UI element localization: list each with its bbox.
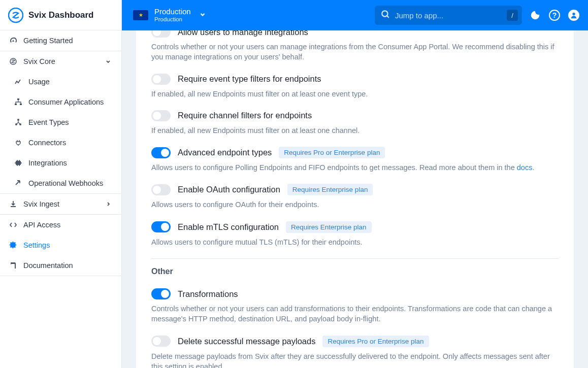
eu-flag-icon: ★ (133, 10, 148, 20)
setting-desc: Allows users to configure OAuth for thei… (151, 199, 559, 210)
gear-icon (9, 241, 17, 249)
theme-toggle-button[interactable] (529, 9, 541, 21)
sidebar-item-svix-ingest[interactable]: Svix Ingest (0, 193, 121, 215)
setting-delete-successful-payloads: Delete successful message payloads Requi… (151, 330, 559, 368)
toggle-require-event-type-filters[interactable] (151, 74, 171, 85)
setting-desc: Delete message payloads from Svix after … (151, 351, 559, 368)
setting-advanced-endpoint-types: Advanced endpoint types Requires Pro or … (151, 142, 559, 179)
nav-label: Usage (28, 78, 50, 86)
gauge-icon (9, 37, 17, 45)
svg-rect-2 (17, 98, 19, 100)
svg-point-9 (572, 13, 575, 15)
setting-title: Allow users to manage integrations (178, 30, 308, 37)
sidebar-item-api-access[interactable]: API Access (0, 215, 121, 235)
toggle-enable-mtls[interactable] (151, 221, 171, 232)
desc-text: Allows users to configure Polling Endpoi… (151, 163, 517, 172)
setting-title: Delete successful message payloads (178, 337, 315, 346)
section-heading-other: Other (151, 263, 559, 283)
download-icon (9, 200, 17, 208)
chevron-down-icon (197, 11, 208, 19)
topbar: ★ Production Production / ? (122, 0, 588, 30)
brand-header[interactable]: Svix Dashboard (0, 0, 121, 30)
svg-point-5 (17, 119, 19, 121)
docs-link[interactable]: docs (517, 163, 533, 172)
content-scroll: Allow users to manage integrations Contr… (122, 30, 588, 368)
toggle-require-channel-filters[interactable] (151, 110, 171, 121)
nav-label: Connectors (28, 139, 66, 147)
setting-desc: Controls whether or not your users can m… (151, 42, 559, 62)
setting-require-channel-filters: Require channel filters for endpoints If… (151, 105, 559, 142)
sidebar-item-getting-started[interactable]: Getting Started (0, 30, 121, 51)
chart-line-icon (14, 78, 22, 86)
search-icon (381, 10, 390, 21)
search-input[interactable] (395, 11, 502, 20)
sidebar-item-svix-core[interactable]: Svix Core (0, 51, 121, 72)
brand-title: Svix Dashboard (28, 10, 94, 20)
setting-enable-oauth: Enable OAuth configuration Requires Ente… (151, 179, 559, 216)
book-icon (9, 261, 17, 270)
sidebar-item-integrations[interactable]: Integrations (0, 153, 121, 173)
svg-rect-4 (20, 104, 22, 105)
env-name: Production (154, 8, 191, 16)
desc-text: . (532, 163, 534, 172)
plan-badge: Requires Pro or Enterprise plan (279, 147, 385, 158)
sidebar-item-op-webhooks[interactable]: Operational Webhooks (0, 173, 121, 193)
setting-require-event-type-filters: Require event type filters for endpoints… (151, 69, 559, 105)
setting-allow-manage-integrations: Allow users to manage integrations Contr… (151, 30, 559, 69)
code-icon (9, 221, 17, 229)
setting-enable-mtls: Enable mTLS configuration Requires Enter… (151, 216, 559, 253)
setting-title: Enable OAuth configuration (178, 185, 280, 194)
search-box[interactable]: / (375, 6, 522, 25)
toggle-allow-manage-integrations[interactable] (151, 30, 171, 38)
setting-title: Advanced endpoint types (178, 148, 272, 157)
help-button[interactable]: ? (548, 9, 561, 21)
setting-desc: If enabled, all new Endpoints must filte… (151, 89, 559, 99)
core-icon (9, 57, 17, 65)
plan-badge: Requires Pro or Enterprise plan (322, 336, 429, 347)
toggle-transformations[interactable] (151, 288, 171, 299)
sidebar-item-connectors[interactable]: Connectors (0, 132, 121, 153)
setting-title: Transformations (178, 289, 238, 299)
nav-label: Integrations (28, 159, 67, 167)
connector-icon (14, 139, 22, 147)
puzzle-icon (14, 159, 22, 167)
setting-title: Require event type filters for endpoints (178, 74, 321, 84)
sidebar-item-usage[interactable]: Usage (0, 72, 121, 92)
nav-label: Getting Started (23, 37, 73, 45)
account-button[interactable] (568, 9, 580, 21)
toggle-advanced-endpoint-types[interactable] (151, 147, 171, 158)
nav-label: Consumer Applications (28, 98, 104, 106)
arrow-out-icon (14, 179, 22, 187)
svg-rect-3 (15, 104, 17, 105)
chevron-right-icon (104, 200, 112, 208)
nav-label: Svix Ingest (23, 200, 59, 208)
tree-icon (14, 118, 22, 126)
setting-desc: Controls whether or not your users can a… (151, 304, 559, 324)
settings-panel: Allow users to manage integrations Contr… (136, 30, 574, 368)
environment-selector[interactable]: ★ Production Production (130, 6, 211, 24)
toggle-enable-oauth[interactable] (151, 184, 171, 195)
nav-label: Event Types (28, 118, 69, 126)
keyboard-shortcut-badge: / (507, 10, 518, 21)
sidebar-item-event-types[interactable]: Event Types (0, 112, 121, 132)
toggle-delete-successful-payloads[interactable] (151, 336, 171, 347)
nav-label: Svix Core (23, 57, 55, 65)
setting-desc: Allows users to configure mutual TLS (mT… (151, 237, 559, 247)
sidebar-item-settings[interactable]: Settings (0, 235, 121, 255)
section-divider (151, 258, 559, 259)
setting-title: Require channel filters for endpoints (178, 111, 312, 120)
sidebar-item-consumer-apps[interactable]: Consumer Applications (0, 92, 121, 112)
plan-badge: Requires Enterprise plan (286, 221, 372, 233)
sidebar-item-documentation[interactable]: Documentation (0, 255, 121, 276)
sitemap-icon (14, 98, 22, 106)
env-sub: Production (154, 16, 191, 23)
setting-transformations: Transformations Controls whether or not … (151, 283, 559, 330)
svg-point-8 (382, 11, 387, 16)
setting-title: Enable mTLS configuration (178, 222, 279, 232)
chevron-down-icon (104, 57, 112, 65)
plan-badge: Requires Enterprise plan (287, 184, 373, 195)
setting-desc: If enabled, all new Endpoints must filte… (151, 125, 559, 136)
brand-logo-icon (8, 8, 23, 23)
main-area: ★ Production Production / ? (122, 0, 588, 368)
nav-label: API Access (23, 221, 60, 229)
